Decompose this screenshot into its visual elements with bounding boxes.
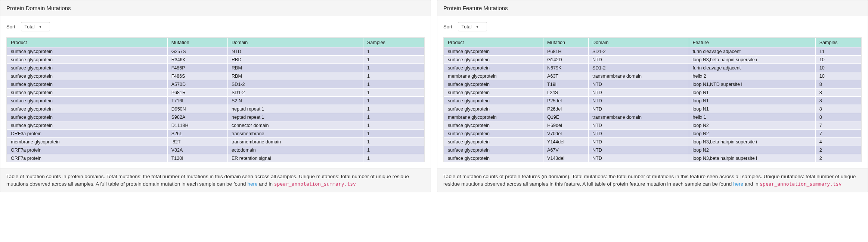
table-cell: helix 1: [689, 113, 815, 121]
table-cell: loop N3,beta hairpin supersite i: [689, 154, 815, 162]
column-header[interactable]: Mutation: [167, 38, 227, 47]
column-header[interactable]: Mutation: [543, 38, 589, 47]
protein-feature-panel: Protein Feature Mutations Sort: Total ▼ …: [437, 0, 868, 192]
table-cell: surface glycoprotein: [444, 121, 543, 130]
table-cell: ORF7a protein: [7, 146, 168, 154]
table-cell: surface glycoprotein: [7, 72, 168, 80]
table-cell: heptad repeat 1: [228, 113, 363, 121]
column-header[interactable]: Domain: [589, 38, 689, 47]
table-cell: RBM: [228, 64, 363, 72]
sort-label: Sort:: [6, 24, 16, 30]
feature-table: ProductMutationDomainFeatureSamples surf…: [444, 38, 861, 162]
table-cell: A63T: [543, 72, 589, 80]
footer-text-mid: and in: [257, 181, 274, 187]
table-cell: 8: [815, 105, 861, 113]
table-cell: 1: [363, 146, 424, 154]
table-cell: 1: [363, 121, 424, 130]
table-cell: H69del: [543, 121, 589, 130]
footer-link[interactable]: here: [247, 181, 257, 187]
table-cell: ORF7a protein: [7, 154, 168, 162]
table-row: surface glycoproteinP681RSD1-21: [7, 89, 424, 97]
table-row: surface glycoproteinD950Nheptad repeat 1…: [7, 105, 424, 113]
table-cell: P681R: [167, 89, 227, 97]
table-cell: NTD: [589, 154, 689, 162]
table-row: membrane glycoproteinA63Ttransmembrane d…: [444, 72, 861, 80]
footer-text-mid: and in: [743, 181, 760, 187]
column-header[interactable]: Product: [7, 38, 168, 47]
table-cell: V70del: [543, 130, 589, 138]
protein-domain-panel: Protein Domain Mutations Sort: Total ▼ P…: [0, 0, 431, 192]
table-row: membrane glycoproteinI82Ttransmembrane d…: [7, 138, 424, 146]
column-header[interactable]: Feature: [689, 38, 815, 47]
table-row: surface glycoproteinV143delNTDloop N3,be…: [444, 154, 861, 162]
table-row: surface glycoproteinG257SNTD1: [7, 47, 424, 56]
footer-code: spear_annotation_summary.tsv: [274, 181, 356, 187]
table-cell: SD1-2: [228, 80, 363, 89]
table-cell: surface glycoprotein: [444, 130, 543, 138]
table-cell: SD1-2: [589, 64, 689, 72]
table-cell: V143del: [543, 154, 589, 162]
domain-table: ProductMutationDomainSamples surface gly…: [7, 38, 424, 162]
table-cell: 10: [815, 56, 861, 64]
chevron-down-icon: ▼: [475, 25, 479, 29]
table-cell: surface glycoprotein: [444, 146, 543, 154]
table-cell: surface glycoprotein: [444, 154, 543, 162]
table-cell: 1: [363, 64, 424, 72]
table-cell: surface glycoprotein: [444, 105, 543, 113]
table-cell: surface glycoprotein: [444, 80, 543, 89]
table-cell: connector domain: [228, 121, 363, 130]
table-cell: D950N: [167, 105, 227, 113]
table-cell: ER retention signal: [228, 154, 363, 162]
column-header[interactable]: Domain: [228, 38, 363, 47]
table-cell: 1: [363, 47, 424, 56]
table-cell: surface glycoprotein: [444, 138, 543, 146]
table-cell: G142D: [543, 56, 589, 64]
table-cell: NTD: [589, 56, 689, 64]
table-cell: 1: [363, 89, 424, 97]
table-cell: surface glycoprotein: [7, 80, 168, 89]
table-row: ORF7a proteinV82Aectodomain1: [7, 146, 424, 154]
table-row: membrane glycoproteinQ19Etransmembrane d…: [444, 113, 861, 121]
table-cell: transmembrane domain: [228, 138, 363, 146]
table-cell: helix 2: [689, 72, 815, 80]
table-cell: NTD: [589, 105, 689, 113]
table-cell: T120I: [167, 154, 227, 162]
table-cell: surface glycoprotein: [444, 47, 543, 56]
table-cell: 1: [363, 138, 424, 146]
panel-title: Protein Feature Mutations: [437, 0, 868, 16]
table-cell: ectodomain: [228, 146, 363, 154]
column-header[interactable]: Samples: [815, 38, 861, 47]
table-row: surface glycoproteinP25delNTDloop N18: [444, 97, 861, 105]
column-header[interactable]: Samples: [363, 38, 424, 47]
table-cell: D1118H: [167, 121, 227, 130]
table-cell: 8: [815, 89, 861, 97]
footer-link[interactable]: here: [733, 181, 743, 187]
table-cell: V82A: [167, 146, 227, 154]
table-cell: surface glycoprotein: [7, 105, 168, 113]
table-cell: membrane glycoprotein: [7, 138, 168, 146]
table-cell: P25del: [543, 97, 589, 105]
sort-select[interactable]: Total ▼: [458, 22, 487, 31]
table-cell: NTD: [589, 130, 689, 138]
column-header[interactable]: Product: [444, 38, 543, 47]
table-cell: SD1-2: [228, 89, 363, 97]
table-cell: P681H: [543, 47, 589, 56]
sort-select[interactable]: Total ▼: [21, 22, 50, 31]
table-row: surface glycoproteinS982Aheptad repeat 1…: [7, 113, 424, 121]
table-cell: loop N2: [689, 130, 815, 138]
table-cell: 1: [363, 130, 424, 138]
table-cell: Q19E: [543, 113, 589, 121]
table-cell: membrane glycoprotein: [444, 113, 543, 121]
table-cell: surface glycoprotein: [444, 97, 543, 105]
table-cell: surface glycoprotein: [7, 97, 168, 105]
table-cell: ORF3a protein: [7, 130, 168, 138]
table-cell: 1: [363, 72, 424, 80]
chevron-down-icon: ▼: [38, 25, 42, 29]
table-cell: 10: [815, 72, 861, 80]
table-cell: T716I: [167, 97, 227, 105]
table-cell: A570D: [167, 80, 227, 89]
table-cell: RBM: [228, 72, 363, 80]
table-cell: transmembrane: [228, 130, 363, 138]
table-row: surface glycoproteinH69delNTDloop N27: [444, 121, 861, 130]
table-cell: L24S: [543, 89, 589, 97]
